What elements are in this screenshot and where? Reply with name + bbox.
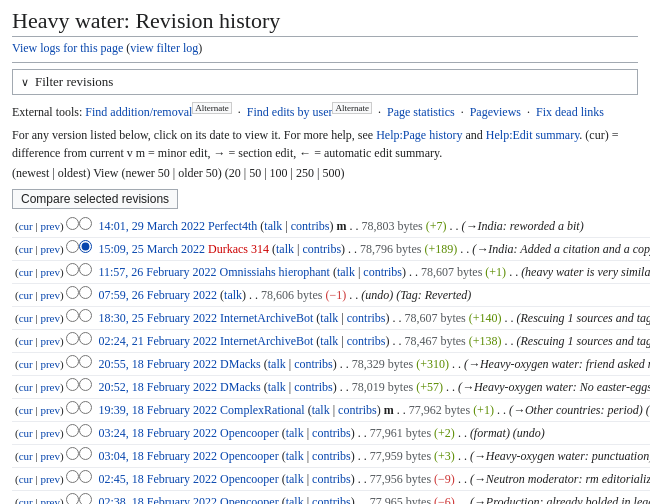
user-link[interactable]: Perfect4th <box>208 219 257 233</box>
talk-link[interactable]: talk <box>264 219 282 233</box>
view-filter-log-link[interactable]: view filter log <box>130 41 198 55</box>
radio-old[interactable] <box>66 286 79 299</box>
user-link[interactable]: DMacks <box>220 380 261 394</box>
radio-old[interactable] <box>66 493 79 504</box>
cur-link[interactable]: cur <box>19 358 33 370</box>
prev-link[interactable]: prev <box>40 381 60 393</box>
user-link[interactable]: Opencooper <box>220 426 279 440</box>
contribs-link[interactable]: contribs <box>294 357 333 371</box>
contribs-link[interactable]: contribs <box>347 311 386 325</box>
radio-old[interactable] <box>66 332 79 345</box>
contribs-link[interactable]: contribs <box>312 426 351 440</box>
find-edits-link[interactable]: Find edits by user <box>247 105 333 119</box>
cur-link[interactable]: cur <box>19 473 33 485</box>
prev-link[interactable]: prev <box>40 335 60 347</box>
radio-new[interactable] <box>79 493 92 504</box>
user-link[interactable]: ComplexRational <box>220 403 305 417</box>
talk-link[interactable]: talk <box>320 334 338 348</box>
prev-link[interactable]: prev <box>40 312 60 324</box>
talk-link[interactable]: talk <box>268 357 286 371</box>
prev-link[interactable]: prev <box>40 266 60 278</box>
radio-new[interactable] <box>79 263 92 276</box>
radio-new[interactable] <box>79 424 92 437</box>
contribs-link[interactable]: contribs <box>291 219 330 233</box>
date-link[interactable]: 02:24, 21 February 2022 <box>98 334 217 348</box>
date-link[interactable]: 19:39, 18 February 2022 <box>98 403 217 417</box>
user-link[interactable]: InternetArchiveBot <box>220 334 313 348</box>
contribs-link[interactable]: contribs <box>338 403 377 417</box>
radio-old[interactable] <box>66 424 79 437</box>
prev-link[interactable]: prev <box>40 243 60 255</box>
user-link[interactable]: Durkacs 314 <box>208 242 269 256</box>
prev-link[interactable]: prev <box>40 496 60 504</box>
talk-link[interactable]: talk <box>286 426 304 440</box>
radio-new[interactable] <box>79 309 92 322</box>
cur-link[interactable]: cur <box>19 381 33 393</box>
radio-old[interactable] <box>66 217 79 230</box>
cur-link[interactable]: cur <box>19 404 33 416</box>
radio-old[interactable] <box>66 240 79 253</box>
user-link[interactable]: Opencooper <box>220 449 279 463</box>
user-link[interactable]: Opencooper <box>220 495 279 504</box>
talk-link[interactable]: talk <box>286 495 304 504</box>
date-link[interactable]: 18:30, 25 February 2022 <box>98 311 217 325</box>
radio-new[interactable] <box>79 378 92 391</box>
page-stats-link[interactable]: Page statistics <box>387 105 455 119</box>
talk-link[interactable]: talk <box>337 265 355 279</box>
prev-link[interactable]: prev <box>40 427 60 439</box>
radio-new[interactable] <box>79 286 92 299</box>
radio-old[interactable] <box>66 355 79 368</box>
radio-new[interactable] <box>79 355 92 368</box>
user-link[interactable]: DMacks <box>220 357 261 371</box>
talk-link[interactable]: talk <box>286 472 304 486</box>
fix-dead-links-link[interactable]: Fix dead links <box>536 105 604 119</box>
talk-link[interactable]: talk <box>268 380 286 394</box>
find-addition-link[interactable]: Find addition/removal <box>85 105 192 119</box>
date-link[interactable]: 14:01, 29 March 2022 <box>98 219 205 233</box>
date-link[interactable]: 02:45, 18 February 2022 <box>98 472 217 486</box>
cur-link[interactable]: cur <box>19 220 33 232</box>
prev-link[interactable]: prev <box>40 220 60 232</box>
talk-link[interactable]: talk <box>312 403 330 417</box>
radio-old[interactable] <box>66 447 79 460</box>
prev-link[interactable]: prev <box>40 450 60 462</box>
talk-link[interactable]: talk <box>286 449 304 463</box>
radio-old[interactable] <box>66 401 79 414</box>
radio-old[interactable] <box>66 263 79 276</box>
date-link[interactable]: 15:09, 25 March 2022 <box>98 242 205 256</box>
contribs-link[interactable]: contribs <box>347 334 386 348</box>
prev-link[interactable]: prev <box>40 473 60 485</box>
contribs-link[interactable]: contribs <box>312 495 351 504</box>
view-logs-link[interactable]: View logs for this page <box>12 41 123 55</box>
prev-link[interactable]: prev <box>40 404 60 416</box>
compare-button[interactable]: Compare selected revisions <box>12 189 178 209</box>
radio-new[interactable] <box>79 401 92 414</box>
talk-link[interactable]: talk <box>224 288 242 302</box>
radio-new[interactable] <box>79 332 92 345</box>
date-link[interactable]: 07:59, 26 February 2022 <box>98 288 217 302</box>
cur-link[interactable]: cur <box>19 450 33 462</box>
user-link[interactable]: Opencooper <box>220 472 279 486</box>
date-link[interactable]: 20:55, 18 February 2022 <box>98 357 217 371</box>
date-link[interactable]: 03:04, 18 February 2022 <box>98 449 217 463</box>
date-link[interactable]: 20:52, 18 February 2022 <box>98 380 217 394</box>
radio-old[interactable] <box>66 470 79 483</box>
contribs-link[interactable]: contribs <box>312 449 351 463</box>
cur-link[interactable]: cur <box>19 289 33 301</box>
cur-link[interactable]: cur <box>19 312 33 324</box>
date-link[interactable]: 11:57, 26 February 2022 <box>98 265 216 279</box>
radio-new[interactable] <box>79 470 92 483</box>
cur-link[interactable]: cur <box>19 496 33 504</box>
pageviews-link[interactable]: Pageviews <box>470 105 521 119</box>
radio-old[interactable] <box>66 309 79 322</box>
talk-link[interactable]: talk <box>276 242 294 256</box>
contribs-link[interactable]: contribs <box>294 380 333 394</box>
date-link[interactable]: 03:24, 18 February 2022 <box>98 426 217 440</box>
prev-link[interactable]: prev <box>40 289 60 301</box>
radio-new[interactable] <box>79 217 92 230</box>
radio-new[interactable] <box>79 240 92 253</box>
user-link[interactable]: Omnissiahs hierophant <box>220 265 330 279</box>
filter-toggle[interactable]: ∨ Filter revisions <box>21 74 629 90</box>
talk-link[interactable]: talk <box>320 311 338 325</box>
cur-link[interactable]: cur <box>19 335 33 347</box>
